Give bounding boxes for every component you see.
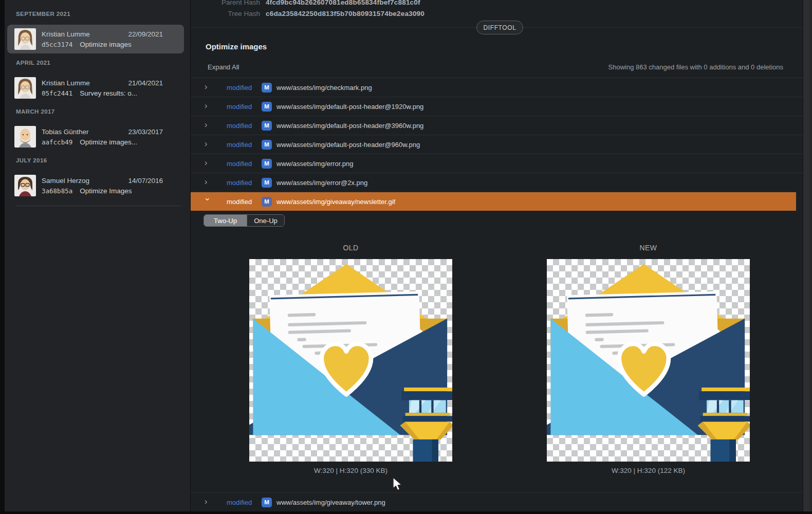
modified-badge: M — [262, 121, 272, 131]
tree-hash-label: Tree Hash — [191, 10, 260, 17]
chevron-right-icon[interactable]: › — [205, 83, 211, 91]
file-path[interactable]: www/assets/img/error@2x.png — [276, 179, 367, 187]
avatar — [14, 28, 36, 50]
two-up-tab[interactable]: Two-Up — [204, 215, 247, 226]
file-path[interactable]: www/assets/img/checkmark.png — [276, 84, 372, 91]
changed-files-list: › modified M www/assets/img/checkmark.pn… — [191, 78, 803, 511]
avatar — [14, 175, 36, 196]
commit-group: APRIL 2021 Kristian Lumme 21/04/2021 05f… — [5, 59, 190, 102]
sidebar-divider — [16, 206, 180, 206]
commit-date: 14/07/2016 — [128, 177, 163, 185]
file-path[interactable]: www/assets/img/default-post-header@1920w… — [276, 103, 423, 111]
file-path[interactable]: www/assets/img/default-post-header@960w.… — [276, 141, 420, 149]
commit-group: SEPTEMBER 2021 Kristian Lumme 22/09/2021… — [5, 10, 190, 53]
file-status[interactable]: modified — [227, 122, 256, 130]
commit-group-month-header: APRIL 2021 — [16, 59, 190, 67]
newsletter-illustration — [547, 259, 750, 462]
file-status[interactable]: modified — [227, 160, 256, 168]
file-row[interactable]: › modified M www/assets/img/checkmark.pn… — [191, 78, 803, 97]
commit-author: Kristian Lumme — [42, 79, 128, 87]
new-image-preview — [547, 259, 750, 462]
chevron-down-icon[interactable]: › — [204, 198, 212, 204]
file-row[interactable]: › modified M www/assets/img/giveaway/new… — [191, 192, 796, 211]
commit-item[interactable]: Tobias Günther 23/03/2017 aafccb49 Optim… — [7, 122, 184, 151]
file-status[interactable]: modified — [227, 103, 256, 111]
new-image-meta: W:320 | H:320 (122 KB) — [547, 467, 750, 474]
app-window: SEPTEMBER 2021 Kristian Lumme 22/09/2021… — [0, 0, 812, 514]
tree-hash-value: c6da235842250d813f5b70b80931574be2ea3090 — [266, 10, 425, 17]
commit-details: Kristian Lumme 21/04/2021 05fc2441 Surve… — [42, 79, 163, 97]
commit-history-sidebar: SEPTEMBER 2021 Kristian Lumme 22/09/2021… — [5, 0, 190, 514]
commit-message: Optimize images... — [80, 138, 137, 146]
file-status[interactable]: modified — [227, 141, 256, 149]
chevron-right-icon[interactable]: › — [205, 140, 211, 148]
window-edge-bottom — [0, 511, 812, 514]
old-image-label: OLD — [249, 244, 452, 252]
modified-badge: M — [262, 178, 272, 188]
commit-author: Samuel Herzog — [42, 177, 128, 185]
file-path[interactable]: www/assets/img/giveaway/newsletter.gif — [276, 198, 395, 206]
commit-group: MARCH 2017 Tobias Günther 23/03/2017 aaf… — [5, 108, 190, 151]
old-image-meta: W:320 | H:320 (330 KB) — [249, 467, 452, 474]
window-edge — [0, 0, 5, 514]
commit-message: Optimize images — [80, 41, 132, 48]
commit-item[interactable]: Kristian Lumme 21/04/2021 05fc2441 Surve… — [7, 74, 184, 102]
newsletter-illustration — [249, 259, 452, 462]
commit-item[interactable]: Samuel Herzog 14/07/2016 3a68b85a Optimi… — [7, 171, 184, 200]
avatar — [14, 126, 36, 148]
parent-hash-label: Parent Hash — [191, 0, 260, 6]
modified-badge: M — [262, 102, 272, 112]
modified-badge: M — [262, 83, 272, 93]
commit-hash: 3a68b85a — [42, 187, 72, 195]
file-row[interactable]: › modified M www/assets/img/default-post… — [191, 97, 803, 116]
chevron-right-icon[interactable]: › — [205, 121, 211, 129]
commit-group-month-header: MARCH 2017 — [16, 108, 190, 116]
chevron-right-icon[interactable]: › — [205, 102, 211, 110]
view-mode-switch: Two-Up One-Up — [204, 214, 285, 227]
file-status[interactable]: modified — [227, 499, 256, 506]
file-path[interactable]: www/assets/img/giveaway/tower.png — [276, 499, 385, 506]
file-row[interactable]: › modified M www/assets/img/default-post… — [191, 135, 803, 154]
chevron-right-icon[interactable]: › — [205, 498, 211, 506]
modified-badge: M — [262, 140, 272, 150]
commit-details: Samuel Herzog 14/07/2016 3a68b85a Optimi… — [42, 177, 163, 195]
commit-date: 22/09/2021 — [128, 30, 163, 38]
commit-date: 21/04/2021 — [128, 79, 163, 87]
chevron-right-icon[interactable]: › — [205, 159, 211, 167]
modified-badge: M — [262, 498, 272, 507]
tree-hash-row: Tree Hash c6da235842250d813f5b70b8093157… — [191, 8, 803, 19]
changes-summary: Showing 863 changed files with 0 additio… — [608, 63, 783, 71]
chevron-right-icon[interactable]: › — [205, 178, 211, 186]
commit-hash: 05fc2441 — [42, 89, 72, 97]
commit-detail-panel: Parent Hash 4fcd9bc94b262607081ed8b65834… — [190, 0, 803, 514]
modified-badge: M — [262, 197, 272, 207]
difftool-button[interactable]: DIFFTOOL — [476, 21, 523, 34]
file-row[interactable]: › modified M www/assets/img/error.png — [191, 154, 803, 173]
file-status[interactable]: modified — [227, 84, 256, 91]
file-path[interactable]: www/assets/img/error.png — [276, 160, 354, 168]
commit-group-month-header: JULY 2016 — [16, 157, 190, 164]
commit-date: 23/03/2017 — [128, 128, 163, 136]
file-row[interactable]: › modified M www/assets/img/giveaway/tow… — [191, 492, 803, 511]
new-image-label: NEW — [547, 244, 750, 252]
file-status[interactable]: modified — [227, 179, 256, 187]
parent-hash-value: 4fcd9bc94b262607081ed8b65834fbef7c881c0f — [266, 0, 420, 6]
file-status[interactable]: modified — [227, 198, 256, 206]
old-image-preview — [249, 259, 452, 462]
modified-badge: M — [262, 159, 272, 169]
commit-message: Survey results: o... — [80, 89, 137, 97]
commit-hash: d5cc3174 — [42, 41, 72, 48]
file-row[interactable]: › modified M www/assets/img/default-post… — [191, 116, 803, 135]
scrollbar-track[interactable] — [803, 0, 812, 514]
image-diff-viewer: Two-Up One-Up OLD NEW W:320 | H:320 (330… — [191, 211, 803, 492]
commit-group-month-header: SEPTEMBER 2021 — [16, 10, 190, 18]
file-row[interactable]: › modified M www/assets/img/error@2x.png — [191, 173, 803, 192]
commit-group: JULY 2016 Samuel Herzog 14/07/2016 3a68b… — [5, 157, 190, 200]
one-up-tab[interactable]: One-Up — [247, 215, 284, 226]
commit-hash: aafccb49 — [42, 138, 72, 146]
commit-message: Optimize Images — [80, 187, 132, 195]
expand-all-link[interactable]: Expand All — [208, 63, 239, 71]
file-path[interactable]: www/assets/img/default-post-header@3960w… — [276, 122, 423, 130]
commit-item[interactable]: Kristian Lumme 22/09/2021 d5cc3174 Optim… — [7, 25, 184, 53]
commit-hashes: Parent Hash 4fcd9bc94b262607081ed8b65834… — [191, 0, 803, 19]
